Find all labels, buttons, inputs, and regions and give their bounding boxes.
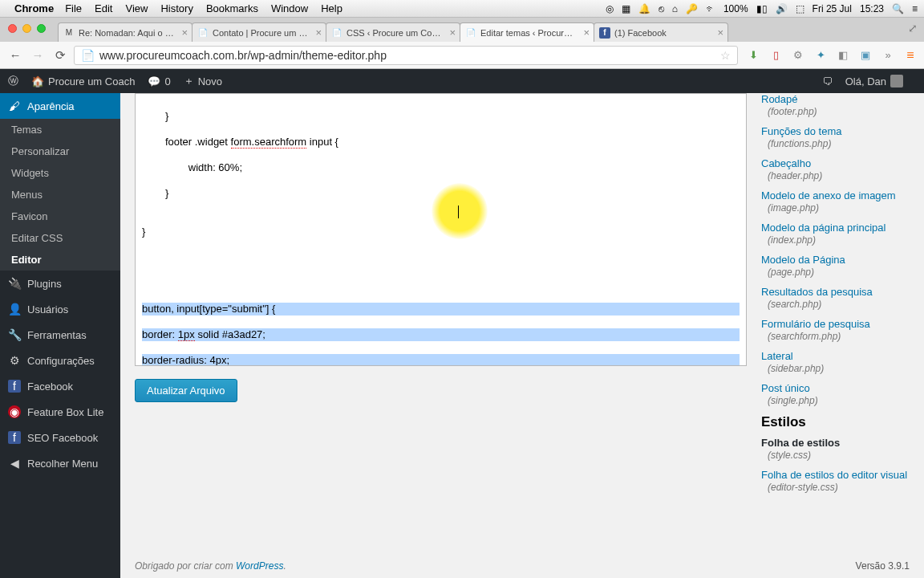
gear-icon: ⚙ [8, 354, 21, 367]
browser-tab[interactable]: 📄CSS ‹ Procure um Coach× [326, 22, 460, 42]
wp-logo-icon[interactable]: ⓦ [8, 74, 18, 88]
styles-heading: Estilos [761, 414, 910, 430]
page-info-icon[interactable]: 📄 [81, 49, 95, 62]
new-link[interactable]: ＋ Novo [184, 74, 222, 88]
status-icon: ⌂ [672, 3, 678, 14]
close-tab-icon[interactable]: × [449, 26, 456, 39]
bookmark-star-icon[interactable]: ☆ [720, 49, 731, 62]
close-tab-icon[interactable]: × [717, 26, 723, 39]
template-link[interactable]: Post único(single.php) [761, 382, 910, 406]
extension-icon[interactable]: ▣ [858, 48, 873, 63]
template-link[interactable]: Modelo de anexo de imagem(image.php) [761, 189, 910, 214]
menu-bookmarks[interactable]: Bookmarks [206, 2, 258, 14]
wp-admin-bar: ⓦ 🏠 Procure um Coach 💬 0 ＋ Novo 🗨 Olá, D… [0, 69, 924, 93]
extension-icon[interactable]: ⬇ [746, 48, 760, 63]
browser-tab[interactable]: MRe: Nomadan: Aqui o víde× [58, 22, 192, 42]
zoom-window-button[interactable] [37, 24, 46, 33]
spotlight-icon[interactable]: 🔍 [892, 3, 904, 14]
facebook-icon: f [8, 380, 21, 393]
update-file-button[interactable]: Atualizar Arquivo [135, 379, 237, 402]
account-link[interactable]: Olá, Dan [845, 75, 903, 88]
menu-view[interactable]: View [125, 2, 148, 14]
submenu-widgets[interactable]: Widgets [0, 162, 120, 184]
bubble-icon[interactable]: 🗨 [822, 75, 833, 88]
mac-menubar: Chrome File Edit View History Bookmarks … [0, 0, 924, 18]
extension-icon[interactable]: ◧ [836, 48, 850, 63]
reload-button[interactable]: ⟳ [51, 47, 69, 64]
close-tab-icon[interactable]: × [583, 26, 590, 39]
template-link[interactable]: Modelo da Página(page.php) [761, 254, 910, 278]
close-tab-icon[interactable]: × [181, 26, 188, 39]
wrench-icon: 🔧 [8, 328, 21, 341]
submenu-editor[interactable]: Editor [0, 249, 120, 271]
menubar-icon: ⬚ [796, 3, 804, 14]
menu-settings[interactable]: ⚙Configurações [0, 348, 120, 373]
stylesheet-link-current[interactable]: Folha de estilos(style.css) [761, 437, 910, 461]
submenu-personalizar[interactable]: Personalizar [0, 140, 120, 162]
minimize-window-button[interactable] [22, 24, 31, 33]
extension-icon[interactable]: ▯ [768, 48, 783, 63]
stylesheet-link[interactable]: Folha de estilos do editor visual(editor… [761, 469, 910, 493]
menubar-time[interactable]: 15:23 [860, 3, 884, 14]
extension-icon[interactable]: ⚙ [791, 48, 805, 63]
template-link[interactable]: Lateral(sidebar.php) [761, 350, 910, 374]
template-link[interactable]: Modelo da página principal(index.php) [761, 222, 910, 246]
close-window-button[interactable] [8, 24, 17, 33]
submenu-menus[interactable]: Menus [0, 184, 120, 206]
address-bar[interactable]: 📄 www.procureumcoach.com.br/wp-admin/the… [74, 46, 738, 65]
notification-center-icon[interactable]: ≡ [912, 3, 918, 14]
menu-tools[interactable]: 🔧Ferramentas [0, 322, 120, 348]
template-link[interactable]: Cabeçalho(header.php) [761, 157, 910, 181]
template-list: Rodapé(footer.php) Funções do tema(funct… [761, 93, 910, 501]
editor-content: } footer .widget form.searchform input {… [120, 93, 924, 578]
submenu-editar-css[interactable]: Editar CSS [0, 227, 120, 249]
close-tab-icon[interactable]: × [315, 26, 322, 39]
menu-users[interactable]: 👤Usuários [0, 296, 120, 322]
bell-icon[interactable]: 🔔 [638, 3, 650, 14]
browser-tab[interactable]: f(1) Facebook× [594, 22, 728, 42]
extension-icon[interactable]: ✦ [813, 48, 828, 63]
menu-window[interactable]: Window [271, 2, 308, 14]
browser-tab[interactable]: 📄Contato | Procure um Coa× [192, 22, 326, 42]
code-editor[interactable]: } footer .widget form.searchform input {… [135, 93, 747, 366]
menu-facebook[interactable]: fFacebook [0, 373, 120, 399]
template-link[interactable]: Rodapé(footer.php) [761, 93, 910, 117]
favicon-icon: 📄 [465, 27, 476, 39]
comments-link[interactable]: 💬 0 [148, 75, 170, 88]
wifi-icon[interactable]: ᯤ [706, 3, 715, 14]
text-caret [458, 206, 459, 218]
site-link[interactable]: 🏠 Procure um Coach [31, 75, 135, 88]
fullscreen-icon[interactable]: ⤢ [908, 22, 918, 35]
facebook-icon: f [8, 431, 21, 444]
menubar-date[interactable]: Fri 25 Jul [813, 3, 852, 14]
menu-help[interactable]: Help [321, 2, 342, 14]
back-button[interactable]: ← [6, 47, 24, 64]
wordpress-link[interactable]: WordPress [236, 560, 283, 572]
browser-tab-active[interactable]: 📄Editar temas ‹ Procure um× [460, 22, 594, 42]
menu-edit[interactable]: Edit [95, 2, 112, 14]
status-icon: ▦ [622, 3, 630, 14]
battery-pct: 100% [723, 3, 748, 14]
menu-file[interactable]: File [65, 2, 82, 14]
submenu-favicon[interactable]: Favicon [0, 206, 120, 227]
template-link[interactable]: Funções do tema(functions.php) [761, 125, 910, 149]
forward-button[interactable]: → [29, 47, 47, 64]
admin-sidebar: 🖌Aparência Temas Personalizar Widgets Me… [0, 93, 120, 578]
template-link[interactable]: Resultados da pesquisa(search.php) [761, 286, 910, 310]
volume-icon[interactable]: 🔊 [776, 3, 788, 14]
submenu-temas[interactable]: Temas [0, 119, 120, 140]
status-icon: ◎ [606, 3, 614, 14]
template-link[interactable]: Formulário de pesquisa(searchform.php) [761, 318, 910, 342]
plug-icon: 🔌 [8, 277, 21, 290]
menu-feature-box[interactable]: ◉Feature Box Lite [0, 399, 120, 425]
user-icon: 👤 [8, 303, 21, 315]
menu-plugins[interactable]: 🔌Plugins [0, 271, 120, 296]
menu-appearance[interactable]: 🖌Aparência [0, 93, 120, 119]
chrome-menu-icon[interactable]: ≡ [903, 48, 918, 63]
menu-history[interactable]: History [160, 2, 192, 14]
extensions-more-icon[interactable]: » [881, 48, 895, 63]
mac-app-name[interactable]: Chrome [14, 2, 54, 14]
favicon-icon: 📄 [197, 27, 209, 39]
menu-collapse[interactable]: ◀Recolher Menu [0, 450, 120, 476]
menu-seo-facebook[interactable]: fSEO Facebook [0, 425, 120, 450]
